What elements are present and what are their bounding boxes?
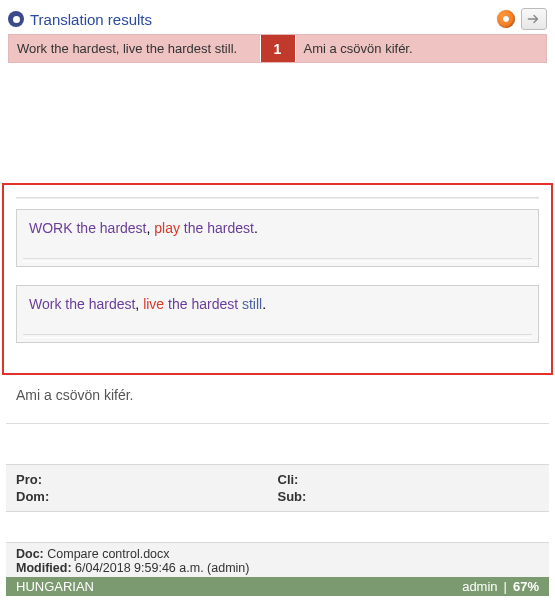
- document-info: Doc: Compare control.docx Modified: 6/04…: [6, 542, 549, 577]
- translation-text: Ami a csövön kifér.: [6, 381, 549, 424]
- target-cell: Ami a csövön kifér.: [295, 35, 547, 62]
- header-left: Translation results: [8, 11, 152, 28]
- diff-line: Work the hardest, live the hardest still…: [16, 285, 539, 343]
- meta-sub: Sub:: [278, 488, 540, 505]
- record-button[interactable]: [497, 10, 515, 28]
- status-sep: |: [504, 579, 507, 594]
- arrow-right-icon: [527, 13, 541, 25]
- status-right: admin | 67%: [462, 579, 539, 594]
- diff-line: WORK the hardest, play the hardest.: [16, 209, 539, 267]
- status-bar: HUNGARIAN admin | 67%: [6, 577, 549, 596]
- page-title: Translation results: [30, 11, 152, 28]
- status-user: admin: [462, 579, 497, 594]
- meta-dom: Dom:: [16, 488, 278, 505]
- header-bar: Translation results: [8, 6, 547, 34]
- meta-col-right: Cli: Sub:: [278, 471, 540, 505]
- status-language: HUNGARIAN: [16, 579, 94, 594]
- result-row[interactable]: Work the hardest, live the hardest still…: [8, 34, 547, 63]
- divider: [16, 197, 539, 199]
- next-button[interactable]: [521, 8, 547, 30]
- source-cell: Work the hardest, live the hardest still…: [9, 35, 261, 62]
- doc-name-row: Doc: Compare control.docx: [16, 547, 539, 561]
- doc-modified-row: Modified: 6/04/2018 9:59:46 a.m. (admin): [16, 561, 539, 575]
- meta-pro: Pro:: [16, 471, 278, 488]
- meta-cli: Cli:: [278, 471, 540, 488]
- match-index: 1: [261, 35, 295, 62]
- diff-frame: WORK the hardest, play the hardest. Work…: [2, 183, 553, 375]
- eye-icon: [8, 11, 24, 27]
- metadata-panel: Pro: Dom: Cli: Sub:: [6, 464, 549, 512]
- meta-col-left: Pro: Dom:: [16, 471, 278, 505]
- header-actions: [497, 8, 547, 30]
- status-percent: 67%: [513, 579, 539, 594]
